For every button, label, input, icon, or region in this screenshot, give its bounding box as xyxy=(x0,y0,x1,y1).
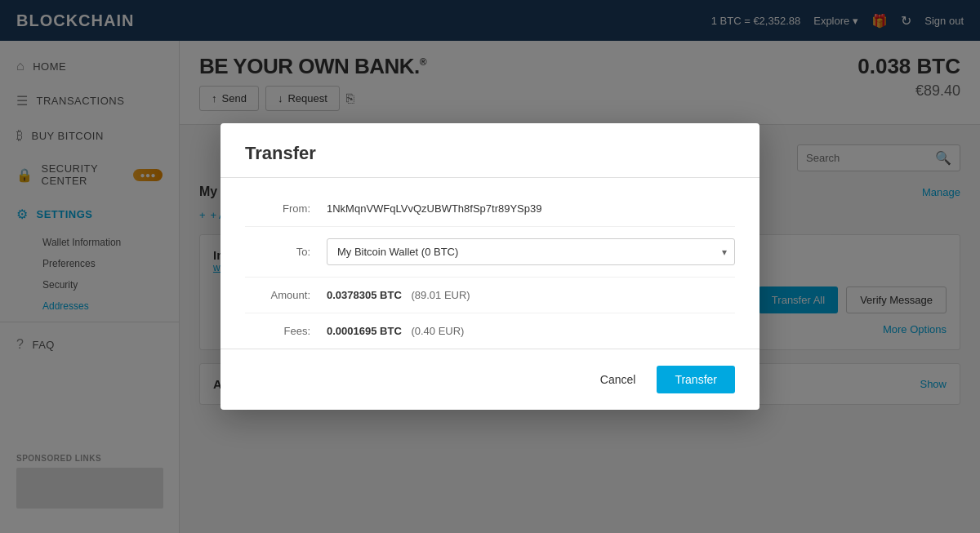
modal-overlay: Transfer From: 1NkMqnVWFqLVvQzUBWTh8fSp7… xyxy=(0,0,980,533)
transfer-confirm-button[interactable]: Transfer xyxy=(657,366,735,393)
amount-value: 0.0378305 BTC (89.01 EUR) xyxy=(327,289,470,301)
fees-eur: (0.40 EUR) xyxy=(411,325,464,337)
fees-label: Fees: xyxy=(245,325,310,337)
transfer-modal: Transfer From: 1NkMqnVWFqLVvQzUBWTh8fSp7… xyxy=(220,123,760,410)
to-select-wrapper: My Bitcoin Wallet (0 BTC) ▾ xyxy=(327,238,735,265)
from-label: From: xyxy=(245,202,310,215)
to-label: To: xyxy=(245,246,310,258)
modal-to-row: To: My Bitcoin Wallet (0 BTC) ▾ xyxy=(245,227,735,278)
amount-eur: (89.01 EUR) xyxy=(411,289,470,301)
modal-header-divider xyxy=(220,177,760,178)
modal-title: Transfer xyxy=(245,143,735,164)
amount-label: Amount: xyxy=(245,289,310,301)
to-wallet-select[interactable]: My Bitcoin Wallet (0 BTC) xyxy=(327,238,735,265)
from-address: 1NkMqnVWFqLVvQzUBWTh8fSp7tr89YSp39 xyxy=(327,202,541,215)
modal-header: Transfer xyxy=(220,123,760,164)
modal-footer: Cancel Transfer xyxy=(220,349,760,410)
modal-body: From: 1NkMqnVWFqLVvQzUBWTh8fSp7tr89YSp39… xyxy=(220,191,760,349)
modal-amount-row: Amount: 0.0378305 BTC (89.01 EUR) xyxy=(245,278,735,313)
fees-value: 0.0001695 BTC (0.40 EUR) xyxy=(327,325,464,337)
modal-fees-row: Fees: 0.0001695 BTC (0.40 EUR) xyxy=(245,313,735,349)
modal-from-row: From: 1NkMqnVWFqLVvQzUBWTh8fSp7tr89YSp39 xyxy=(245,191,735,227)
cancel-button[interactable]: Cancel xyxy=(587,366,649,393)
